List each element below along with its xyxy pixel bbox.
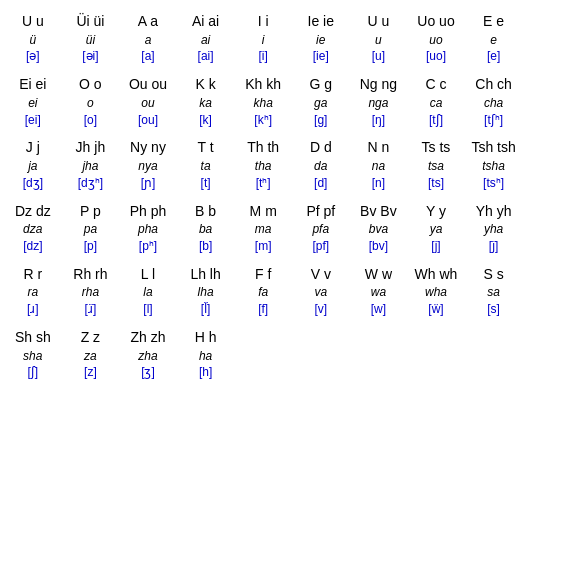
alphabet-cell: Jh jhjha[dʒʰ] [62, 134, 120, 197]
alphabet-cell: I ii[i] [234, 8, 292, 71]
ipa-transcription: [m] [255, 238, 272, 255]
alphabet-cell: Ph phpha[pʰ] [119, 198, 177, 261]
alphabet-cell [522, 134, 580, 197]
alphabet-cell [292, 324, 350, 387]
alphabet-cell: Ts tstsa[ts] [407, 134, 465, 197]
letter-label: Sh sh [15, 328, 51, 348]
ipa-transcription: [h] [199, 364, 212, 381]
alphabet-cell: Pf pfpfa[pf] [292, 198, 350, 261]
ipa-transcription: [tsʰ] [483, 175, 504, 192]
letter-label: I i [258, 12, 269, 32]
letter-label: Lh lh [190, 265, 220, 285]
ipa-transcription: [dz] [23, 238, 42, 255]
alphabet-cell: Yh yhyha[j̈] [465, 198, 523, 261]
alphabet-cell: Z zza[z] [62, 324, 120, 387]
example-word: tsha [482, 158, 505, 175]
alphabet-cell: J jja[dʒ] [4, 134, 62, 197]
example-word: ie [316, 32, 325, 49]
alphabet-cell [465, 324, 523, 387]
alphabet-cell: O oo[o] [62, 71, 120, 134]
example-word: fa [258, 284, 268, 301]
letter-label: K k [195, 75, 215, 95]
letter-label: Jh jh [76, 138, 106, 158]
letter-label: R r [23, 265, 42, 285]
alphabet-cell: Y yya[j] [407, 198, 465, 261]
ipa-transcription: [j̈] [489, 238, 499, 255]
letter-label: U u [367, 12, 389, 32]
ipa-transcription: [f] [258, 301, 268, 318]
letter-label: Ny ny [130, 138, 166, 158]
ipa-transcription: [ou] [138, 112, 158, 129]
letter-label: E e [483, 12, 504, 32]
ipa-transcription: [əi] [82, 48, 98, 65]
example-word: ya [430, 221, 443, 238]
letter-label: Dz dz [15, 202, 51, 222]
example-word: ka [199, 95, 212, 112]
letter-label: G g [310, 75, 333, 95]
alphabet-cell: N nna[n] [350, 134, 408, 197]
alphabet-cell: L lla[l] [119, 261, 177, 324]
ipa-transcription: [a] [141, 48, 154, 65]
example-word: lha [198, 284, 214, 301]
letter-label: V v [311, 265, 331, 285]
ipa-transcription: [w] [371, 301, 386, 318]
alphabet-cell: D dda[d] [292, 134, 350, 197]
ipa-transcription: [dʒ] [23, 175, 43, 192]
example-word: ma [255, 221, 272, 238]
example-word: üi [86, 32, 95, 49]
alphabet-cell: B bba[b] [177, 198, 235, 261]
alphabet-cell: Dz dzdza[dz] [4, 198, 62, 261]
ipa-transcription: [o] [84, 112, 97, 129]
alphabet-cell: Zh zhzha[ʒ] [119, 324, 177, 387]
alphabet-cell: G gga[g] [292, 71, 350, 134]
example-word: ba [199, 221, 212, 238]
example-word: tsa [428, 158, 444, 175]
letter-label: P p [80, 202, 101, 222]
letter-label: C c [425, 75, 446, 95]
ipa-transcription: [b] [199, 238, 212, 255]
example-word: za [84, 348, 97, 365]
ipa-transcription: [ẅ] [428, 301, 443, 318]
alphabet-cell [522, 71, 580, 134]
ipa-transcription: [t] [201, 175, 211, 192]
alphabet-cell [522, 8, 580, 71]
letter-label: Ts ts [422, 138, 451, 158]
alphabet-cell: Bv Bvbva[bv] [350, 198, 408, 261]
ipa-transcription: [ɹ] [27, 301, 39, 318]
example-word: ai [201, 32, 210, 49]
ipa-transcription: [pʰ] [139, 238, 157, 255]
example-word: ga [314, 95, 327, 112]
ipa-transcription: [d] [314, 175, 327, 192]
alphabet-grid: U uü[ə]Üi üiüi[əi]A aa[a]Ai aiai[ai]I ii… [4, 8, 580, 387]
ipa-transcription: [ə] [26, 48, 40, 65]
example-word: dza [23, 221, 42, 238]
letter-label: N n [367, 138, 389, 158]
letter-label: U u [22, 12, 44, 32]
example-word: da [314, 158, 327, 175]
letter-label: D d [310, 138, 332, 158]
alphabet-cell: Ai aiai[ai] [177, 8, 235, 71]
alphabet-cell: Ny nynya[ɲ] [119, 134, 177, 197]
ipa-transcription: [kʰ] [254, 112, 272, 129]
alphabet-cell: V vva[v] [292, 261, 350, 324]
ipa-transcription: [u] [372, 48, 385, 65]
alphabet-cell: Tsh tshtsha[tsʰ] [465, 134, 523, 197]
letter-label: Zh zh [130, 328, 165, 348]
alphabet-cell: Uo uouo[uo] [407, 8, 465, 71]
ipa-transcription: [ʃ] [27, 364, 38, 381]
alphabet-cell: Kh khkha[kʰ] [234, 71, 292, 134]
letter-label: Pf pf [306, 202, 335, 222]
example-word: ca [430, 95, 443, 112]
letter-label: W w [365, 265, 392, 285]
letter-label: Ch ch [475, 75, 512, 95]
letter-label: M m [250, 202, 277, 222]
example-word: rha [82, 284, 99, 301]
letter-label: Y y [426, 202, 446, 222]
example-word: i [262, 32, 265, 49]
ipa-transcription: [tʰ] [256, 175, 271, 192]
letter-label: Z z [81, 328, 100, 348]
example-word: jha [82, 158, 98, 175]
ipa-transcription: [k] [199, 112, 212, 129]
alphabet-cell: Th ththa[tʰ] [234, 134, 292, 197]
example-word: uo [429, 32, 442, 49]
